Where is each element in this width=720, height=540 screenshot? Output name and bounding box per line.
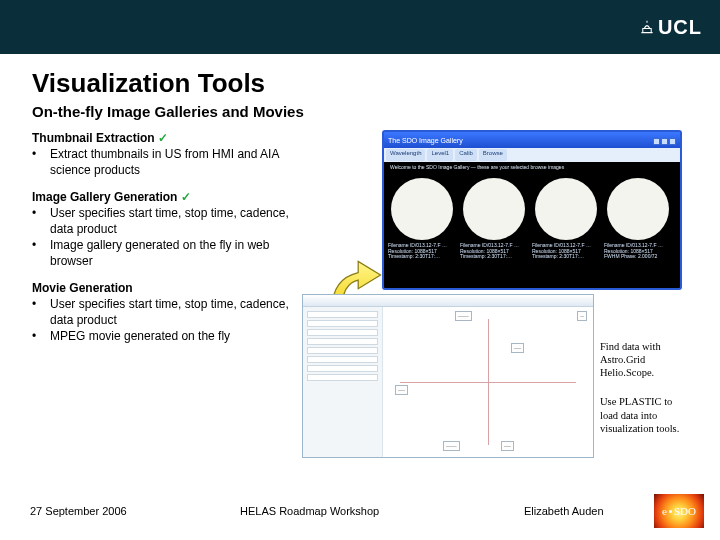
ucl-logo-text: UCL xyxy=(658,16,702,39)
gallery-body: Filename ID/013.12-7.F …Resolution: 1088… xyxy=(384,172,680,266)
caption-text: Use PLASTIC to load data into visualizat… xyxy=(600,395,686,434)
sun-disc-icon xyxy=(535,178,597,240)
list-item: •Image gallery generated on the fly in w… xyxy=(32,237,292,269)
ucl-dome-icon xyxy=(640,20,654,34)
bullet-list: •User specifies start time, stop time, c… xyxy=(32,296,292,345)
section-heading-text: Image Gallery Generation xyxy=(32,190,177,204)
list-item: •Extract thumbnails in US from HMI and A… xyxy=(32,146,292,178)
gallery-tabs: Wavelength Level1 Calib Browse xyxy=(384,148,680,162)
list-item: •User specifies start time, stop time, c… xyxy=(32,296,292,328)
gallery-title: The SDO Image Gallery xyxy=(388,137,463,144)
gallery-welcome: Welcome to the SDO Image Gallery — these… xyxy=(384,162,680,172)
tab[interactable]: Wavelength xyxy=(386,149,425,161)
right-caption: Find data with Astro.Grid Helio.Scope. U… xyxy=(600,340,686,451)
bullet-text: Extract thumbnails in US from HMI and AI… xyxy=(50,146,292,178)
check-icon: ✓ xyxy=(158,131,168,145)
sun-disc-icon xyxy=(463,178,525,240)
bullet-list: •User specifies start time, stop time, c… xyxy=(32,205,292,270)
slide-title: Visualization Tools xyxy=(32,68,696,99)
sun-disc-icon xyxy=(607,178,669,240)
bullet-text: Image gallery generated on the fly in we… xyxy=(50,237,292,269)
check-icon: ✓ xyxy=(181,190,191,204)
left-column: Thumbnail Extraction ✓ •Extract thumbnai… xyxy=(32,130,292,344)
section-heading-movie: Movie Generation xyxy=(32,280,292,296)
dot-icon xyxy=(669,510,672,513)
window-controls xyxy=(652,131,676,149)
sun-disc-icon xyxy=(391,178,453,240)
bullet-text: User specifies start time, stop time, ca… xyxy=(50,205,292,237)
thumb-caption: Filename ID/013.12-7.F …Resolution: 1088… xyxy=(604,243,672,260)
viz-sidebar xyxy=(303,307,383,457)
bullet-list: •Extract thumbnails in US from HMI and A… xyxy=(32,146,292,178)
gallery-titlebar: The SDO Image Gallery xyxy=(384,132,680,148)
footer-venue: HELAS Roadmap Workshop xyxy=(230,505,524,517)
tab[interactable]: Level1 xyxy=(427,149,453,161)
bullet-text: MPEG movie generated on the fly xyxy=(50,328,292,344)
thumbnail[interactable]: Filename ID/013.12-7.F …Resolution: 1088… xyxy=(532,178,600,260)
section-heading-text: Movie Generation xyxy=(32,281,133,295)
gallery-window: The SDO Image Gallery Wavelength Level1 … xyxy=(382,130,682,290)
tab[interactable]: Browse xyxy=(479,149,507,161)
viz-plot-area: ─── ── ── ─── ── ─ xyxy=(383,307,593,457)
slide-subtitle: On-the-fly Image Galleries and Movies xyxy=(32,103,696,120)
list-item: •User specifies start time, stop time, c… xyxy=(32,205,292,237)
section-heading-gallery: Image Gallery Generation ✓ xyxy=(32,189,292,205)
thumb-caption: Filename ID/013.12-7.F …Resolution: 1088… xyxy=(460,243,528,260)
thumbnail[interactable]: Filename ID/013.12-7.F …Resolution: 1088… xyxy=(388,178,456,260)
thumb-caption: Filename ID/013.12-7.F …Resolution: 1088… xyxy=(388,243,456,260)
ucl-logo: UCL xyxy=(640,16,702,39)
footer-author: Elizabeth Auden xyxy=(524,505,654,517)
thumbnail[interactable]: Filename ID/013.12-7.F …Resolution: 1088… xyxy=(460,178,528,260)
esdo-badge: e SDO xyxy=(654,494,704,528)
list-item: •MPEG movie generated on the fly xyxy=(32,328,292,344)
right-column: The SDO Image Gallery Wavelength Level1 … xyxy=(302,130,696,344)
footer: 27 September 2006 HELAS Roadmap Workshop… xyxy=(0,494,720,528)
visualization-window: ─── ── ── ─── ── ─ xyxy=(302,294,594,458)
viz-titlebar xyxy=(303,295,593,307)
section-heading-text: Thumbnail Extraction xyxy=(32,131,155,145)
footer-date: 27 September 2006 xyxy=(30,505,230,517)
slide-content: Visualization Tools On-the-fly Image Gal… xyxy=(0,54,720,344)
badge-suffix: SDO xyxy=(674,505,696,517)
thumb-caption: Filename ID/013.12-7.F …Resolution: 1088… xyxy=(532,243,600,260)
bullet-text: User specifies start time, stop time, ca… xyxy=(50,296,292,328)
badge-prefix: e xyxy=(662,505,667,517)
tab[interactable]: Calib xyxy=(455,149,477,161)
header-band: UCL xyxy=(0,0,720,54)
section-heading-thumb: Thumbnail Extraction ✓ xyxy=(32,130,292,146)
caption-text: Find data with Astro.Grid Helio.Scope. xyxy=(600,340,686,379)
thumbnail[interactable]: Filename ID/013.12-7.F …Resolution: 1088… xyxy=(604,178,672,260)
